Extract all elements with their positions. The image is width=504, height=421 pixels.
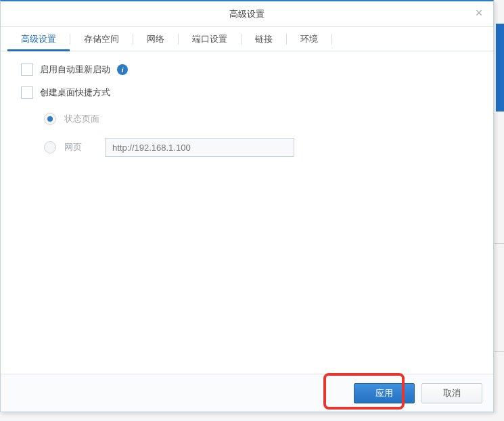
tab-bar: 高级设置 存储空间 网络 端口设置 链接 环境 <box>1 27 493 51</box>
auto-restart-label: 启用自动重新启动 <box>40 64 110 76</box>
tab-storage[interactable]: 存储空间 <box>70 27 133 51</box>
dialog-footer: 应用 取消 <box>1 374 493 412</box>
tab-port[interactable]: 端口设置 <box>179 27 241 51</box>
dialog-title: 高级设置 <box>229 8 265 20</box>
create-shortcut-label: 创建桌面快捷方式 <box>40 86 110 99</box>
tab-network[interactable]: 网络 <box>133 27 178 51</box>
cancel-button[interactable]: 取消 <box>421 383 482 403</box>
status-page-label: 状态页面 <box>64 113 99 125</box>
tab-links[interactable]: 链接 <box>242 27 286 51</box>
auto-restart-checkbox[interactable] <box>21 64 33 76</box>
tab-environment[interactable]: 环境 <box>287 27 331 51</box>
web-page-label: 网页 <box>64 141 97 153</box>
dialog-content: 启用自动重新启动 i 创建桌面快捷方式 状态页面 网页 <box>1 51 493 374</box>
advanced-settings-dialog: 高级设置 × 高级设置 存储空间 网络 端口设置 链接 环境 启用自动重新启动 … <box>0 0 494 412</box>
apply-button[interactable]: 应用 <box>354 383 415 403</box>
tab-advanced[interactable]: 高级设置 <box>7 27 70 51</box>
status-page-radio[interactable] <box>44 113 56 125</box>
dialog-header: 高级设置 × <box>1 1 493 27</box>
url-input[interactable] <box>105 138 294 157</box>
web-page-radio[interactable] <box>44 141 56 153</box>
create-shortcut-checkbox[interactable] <box>21 86 33 99</box>
info-icon[interactable]: i <box>117 64 128 75</box>
close-icon[interactable]: × <box>473 7 485 20</box>
